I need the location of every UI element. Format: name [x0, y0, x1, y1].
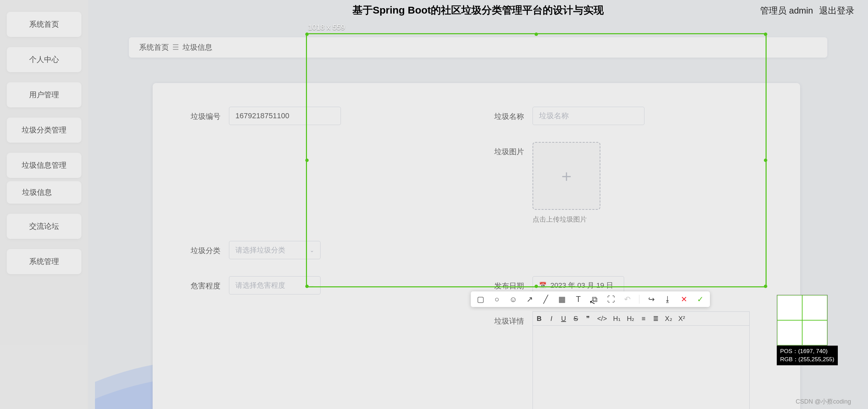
- breadcrumb-home[interactable]: 系统首页: [139, 42, 169, 53]
- sidebar-item-category-mgmt[interactable]: 垃圾分类管理: [7, 118, 81, 143]
- sidebar-item-home[interactable]: 系统首页: [7, 12, 81, 37]
- share-tool[interactable]: ↪: [647, 295, 656, 304]
- rect-tool[interactable]: ▢: [476, 295, 485, 304]
- sidebar-item-forum[interactable]: 交流论坛: [7, 214, 81, 239]
- unordered-list-button[interactable]: ≣: [653, 314, 659, 323]
- circle-tool[interactable]: ○: [493, 295, 501, 304]
- confirm-tool[interactable]: ✓: [696, 295, 705, 304]
- sidebar-item-profile[interactable]: 个人中心: [7, 47, 81, 72]
- breadcrumb-sep-icon: ☰: [172, 43, 179, 52]
- sidebar-item-info-mgmt[interactable]: 垃圾信息管理: [7, 153, 81, 178]
- chevron-down-icon: ⌄: [310, 282, 314, 289]
- editor-body[interactable]: [533, 326, 749, 409]
- breadcrumb: 系统首页 ☰ 垃圾信息: [129, 37, 827, 58]
- superscript-button[interactable]: X²: [678, 315, 685, 323]
- line-tool[interactable]: ╱: [541, 295, 550, 304]
- magnifier: POS：(1697, 740) RGB：(255,255,255): [777, 295, 838, 365]
- label-detail: 垃圾详情: [477, 311, 524, 326]
- sidebar-item-system-mgmt[interactable]: 系统管理: [7, 249, 81, 274]
- watermark: CSDN @小蔡coding: [796, 397, 851, 406]
- plus-icon: ＋: [558, 165, 575, 187]
- calendar-icon: 📅: [539, 282, 546, 289]
- breadcrumb-current: 垃圾信息: [182, 42, 212, 53]
- input-name[interactable]: [533, 107, 644, 125]
- underline-button[interactable]: U: [561, 315, 567, 323]
- magnifier-grid: [777, 295, 828, 346]
- rich-text-editor: B I U S ❞ </> H₁ H₂ ≡ ≣ X₂ X²: [533, 311, 750, 409]
- bold-button[interactable]: B: [536, 315, 542, 323]
- select-category[interactable]: 请选择垃圾分类 ⌄: [229, 241, 321, 259]
- toolbar-divider: [639, 295, 639, 304]
- label-name: 垃圾名称: [477, 107, 524, 122]
- resize-handle-tl[interactable]: [305, 33, 309, 36]
- strike-button[interactable]: S: [573, 315, 579, 323]
- sidebar: 系统首页 个人中心 用户管理 垃圾分类管理 垃圾信息管理 垃圾信息 交流论坛 系…: [0, 0, 88, 409]
- quote-button[interactable]: ❞: [585, 314, 591, 323]
- upload-box[interactable]: ＋: [533, 142, 600, 210]
- chevron-down-icon: ⌄: [310, 247, 314, 253]
- label-category: 垃圾分类: [173, 241, 220, 256]
- download-tool[interactable]: ⭳: [663, 295, 672, 304]
- select-danger[interactable]: 请选择危害程度 ⌄: [229, 276, 321, 294]
- label-image: 垃圾图片: [477, 142, 524, 157]
- page-title: 基于Spring Boot的社区垃圾分类管理平台的设计与实现: [352, 3, 604, 17]
- sidebar-item-user-mgmt[interactable]: 用户管理: [7, 82, 81, 107]
- h2-button[interactable]: H₂: [627, 314, 634, 323]
- input-id[interactable]: [229, 107, 341, 125]
- selection-dimensions: 1018 x 559: [308, 23, 345, 32]
- sidebar-subitem-info[interactable]: 垃圾信息: [7, 181, 81, 204]
- resize-handle-tr[interactable]: [764, 33, 767, 36]
- undo-tool[interactable]: ↶: [623, 295, 632, 304]
- upload-hint: 点击上传垃圾图片: [533, 215, 600, 224]
- pin-tool[interactable]: ⛶: [606, 295, 615, 304]
- text-tool[interactable]: T: [574, 295, 583, 304]
- arrow-tool[interactable]: ↗: [525, 295, 534, 304]
- label-date: 发布日期: [477, 276, 524, 291]
- main-header: 基于Spring Boot的社区垃圾分类管理平台的设计与实现: [88, 0, 868, 20]
- magnifier-info: POS：(1697, 740) RGB：(255,255,255): [777, 346, 838, 365]
- resize-handle-tm[interactable]: [535, 33, 538, 36]
- h1-button[interactable]: H₁: [613, 314, 620, 323]
- form-card: 垃圾编号 垃圾名称 垃圾图片 ＋ 点击上传垃圾图片 垃圾分类 请选择垃圾分类 ⌄: [153, 83, 800, 409]
- label-danger: 危害程度: [173, 276, 220, 291]
- label-id: 垃圾编号: [173, 107, 220, 122]
- ordered-list-button[interactable]: ≡: [640, 315, 647, 323]
- italic-button[interactable]: I: [548, 315, 555, 323]
- code-button[interactable]: </>: [597, 315, 607, 323]
- emoji-tool[interactable]: ☺: [509, 295, 518, 304]
- cancel-tool[interactable]: ✕: [679, 295, 688, 304]
- editor-toolbar: B I U S ❞ </> H₁ H₂ ≡ ≣ X₂ X²: [533, 312, 749, 326]
- mosaic-tool[interactable]: ▦: [558, 295, 566, 304]
- subscript-button[interactable]: X₂: [665, 314, 672, 323]
